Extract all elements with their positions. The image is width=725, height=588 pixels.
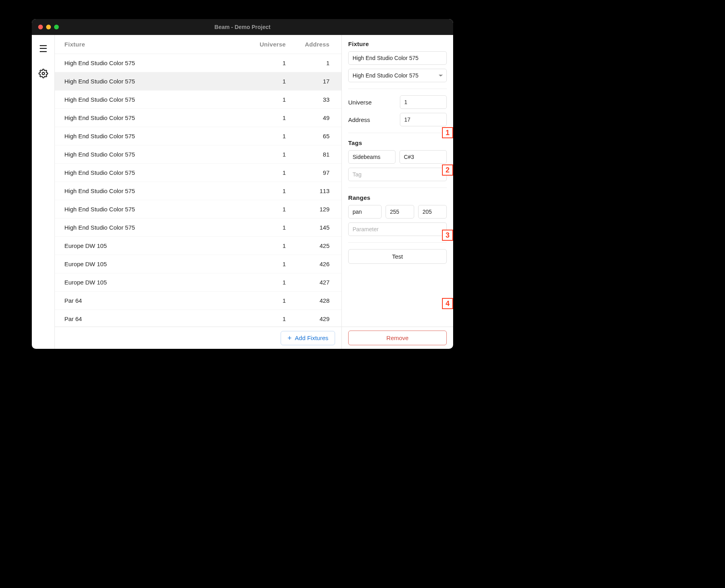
list-icon: ☰	[39, 44, 48, 54]
tag-new-input[interactable]	[348, 168, 447, 181]
add-fixtures-button[interactable]: + Add Fixtures	[281, 331, 335, 345]
table-row[interactable]: High End Studio Color 575181	[55, 145, 341, 164]
cell-universe: 1	[244, 151, 288, 158]
cell-fixture: High End Studio Color 575	[64, 60, 244, 66]
cell-address: 425	[288, 242, 332, 249]
window-zoom-button[interactable]	[54, 25, 59, 29]
cell-address: 1	[288, 60, 332, 66]
svg-point-0	[42, 72, 45, 75]
remove-button[interactable]: Remove	[348, 331, 447, 345]
cell-address: 113	[288, 188, 332, 194]
col-fixture: Fixture	[64, 41, 244, 48]
cell-fixture: High End Studio Color 575	[64, 206, 244, 213]
cell-universe: 1	[244, 133, 288, 139]
universe-input[interactable]	[400, 95, 447, 109]
cell-address: 17	[288, 78, 332, 85]
cell-address: 49	[288, 114, 332, 121]
fixture-table: Fixture Universe Address High End Studio…	[55, 35, 342, 327]
table-header: Fixture Universe Address	[55, 35, 341, 54]
fixture-name-input[interactable]	[348, 51, 447, 65]
cell-address: 81	[288, 151, 332, 158]
cell-fixture: Europe DW 105	[64, 242, 244, 249]
cell-fixture: High End Studio Color 575	[64, 78, 244, 85]
cell-address: 429	[288, 315, 332, 322]
nav-fixtures-button[interactable]: ☰	[35, 41, 52, 57]
range-new-input[interactable]	[348, 222, 447, 236]
cell-fixture: Europe DW 105	[64, 279, 244, 286]
nav-settings-button[interactable]	[35, 65, 52, 82]
cell-universe: 1	[244, 114, 288, 121]
cell-fixture: High End Studio Color 575	[64, 169, 244, 176]
cell-address: 426	[288, 261, 332, 267]
range-a-input[interactable]	[386, 205, 414, 219]
cell-address: 428	[288, 297, 332, 304]
cell-universe: 1	[244, 188, 288, 194]
window-title: Beam - Demo Project	[32, 24, 453, 30]
titlebar: Beam - Demo Project	[32, 19, 453, 35]
cell-universe: 1	[244, 315, 288, 322]
cell-address: 97	[288, 169, 332, 176]
table-row[interactable]: Europe DW 1051426	[55, 255, 341, 273]
table-row[interactable]: High End Studio Color 575117	[55, 72, 341, 91]
range-param-input[interactable]	[348, 205, 382, 219]
cell-fixture: Par 64	[64, 315, 244, 322]
fixture-section-label: Fixture	[348, 41, 447, 47]
cell-universe: 1	[244, 96, 288, 103]
inspector-panel: Fixture High End Studio Color 575 Univer…	[342, 35, 453, 349]
cell-address: 129	[288, 206, 332, 213]
table-row[interactable]: High End Studio Color 57511	[55, 54, 341, 72]
table-row[interactable]: Europe DW 1051427	[55, 273, 341, 292]
window-minimize-button[interactable]	[46, 25, 51, 29]
cell-universe: 1	[244, 297, 288, 304]
address-input[interactable]	[400, 113, 447, 126]
table-row[interactable]: High End Studio Color 575133	[55, 91, 341, 109]
universe-label: Universe	[348, 99, 395, 106]
plus-icon: +	[287, 335, 292, 342]
cell-universe: 1	[244, 78, 288, 85]
cell-fixture: High End Studio Color 575	[64, 133, 244, 139]
cell-universe: 1	[244, 279, 288, 286]
range-b-input[interactable]	[418, 205, 447, 219]
table-row[interactable]: Par 641428	[55, 292, 341, 310]
table-row[interactable]: Europe DW 1051425	[55, 237, 341, 255]
cell-universe: 1	[244, 206, 288, 213]
test-button[interactable]: Test	[348, 249, 447, 264]
cell-address: 145	[288, 224, 332, 231]
cell-fixture: Par 64	[64, 297, 244, 304]
nav-sidebar: ☰	[32, 35, 55, 349]
tags-section-label: Tags	[348, 139, 447, 146]
cell-universe: 1	[244, 261, 288, 267]
traffic-lights	[32, 25, 59, 29]
cell-universe: 1	[244, 169, 288, 176]
cell-universe: 1	[244, 60, 288, 66]
cell-address: 33	[288, 96, 332, 103]
cell-address: 65	[288, 133, 332, 139]
col-universe: Universe	[244, 41, 288, 48]
cell-fixture: High End Studio Color 575	[64, 114, 244, 121]
cell-fixture: High End Studio Color 575	[64, 188, 244, 194]
table-row[interactable]: High End Studio Color 5751145	[55, 219, 341, 237]
table-row[interactable]: High End Studio Color 5751113	[55, 182, 341, 200]
ranges-section-label: Ranges	[348, 194, 447, 201]
fixture-profile-select[interactable]: High End Studio Color 575	[348, 69, 447, 82]
cell-universe: 1	[244, 224, 288, 231]
cell-universe: 1	[244, 242, 288, 249]
annotation-4: 4	[442, 298, 453, 309]
col-address: Address	[288, 41, 332, 48]
cell-fixture: High End Studio Color 575	[64, 151, 244, 158]
app-window: Beam - Demo Project ☰ Fixture Universe A…	[32, 19, 453, 349]
table-row[interactable]: Par 641429	[55, 310, 341, 327]
window-close-button[interactable]	[38, 25, 43, 29]
table-row[interactable]: High End Studio Color 5751129	[55, 200, 341, 219]
tag-input-1[interactable]	[399, 150, 447, 164]
table-row[interactable]: High End Studio Color 575197	[55, 164, 341, 182]
add-fixtures-label: Add Fixtures	[295, 335, 328, 341]
table-footer: + Add Fixtures	[55, 327, 342, 349]
cell-fixture: High End Studio Color 575	[64, 96, 244, 103]
cell-fixture: Europe DW 105	[64, 261, 244, 267]
cell-address: 427	[288, 279, 332, 286]
gear-icon	[39, 69, 48, 78]
table-row[interactable]: High End Studio Color 575149	[55, 109, 341, 127]
tag-input-0[interactable]	[348, 150, 395, 164]
table-row[interactable]: High End Studio Color 575165	[55, 127, 341, 145]
